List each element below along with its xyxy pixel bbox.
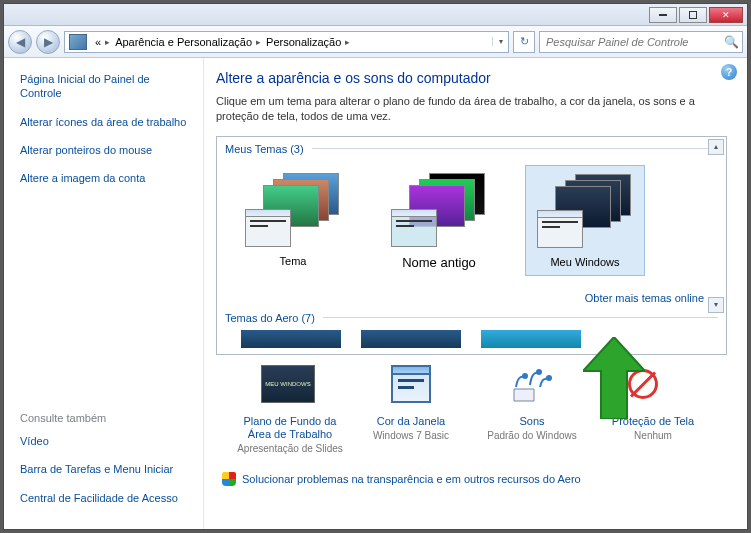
setting-label[interactable]: Cor da Janela [357, 415, 465, 428]
see-also-ease-of-access[interactable]: Central de Facilidade de Acesso [20, 491, 191, 505]
sidebar-link-mouse-pointers[interactable]: Alterar ponteiros do mouse [20, 143, 191, 157]
page-title: Altere a aparência e os sons do computad… [216, 70, 727, 86]
location-icon [69, 34, 87, 50]
navigation-bar: ◀ ▶ « Aparência e Personalização Persona… [4, 26, 747, 58]
breadcrumb-bar[interactable]: « Aparência e Personalização Personaliza… [64, 31, 509, 53]
theme-label: Nome antigo [402, 255, 476, 270]
breadcrumb-seg2[interactable]: Personalização [262, 36, 351, 48]
setting-label[interactable]: Plano de Fundo da Área de Trabalho [236, 415, 344, 441]
scroll-down-button[interactable]: ▾ [708, 297, 724, 313]
search-icon[interactable]: 🔍 [720, 35, 742, 49]
theme-item-nome-antigo[interactable]: Nome antigo [379, 165, 499, 276]
more-themes-link[interactable]: Obter mais temas online [585, 292, 704, 304]
page-description: Clique em um tema para alterar o plano d… [216, 94, 727, 124]
sidebar-link-account-picture[interactable]: Altere a imagem da conta [20, 171, 191, 185]
theme-item-meu-windows[interactable]: Meu Windows [525, 165, 645, 276]
setting-window-color[interactable]: Cor da Janela Windows 7 Basic [357, 365, 465, 454]
setting-label[interactable]: Proteção de Tela [599, 415, 707, 428]
breadcrumb-dropdown[interactable]: ▾ [492, 37, 508, 46]
setting-value: Apresentação de Slides [236, 443, 344, 454]
setting-label[interactable]: Sons [478, 415, 586, 428]
theme-label: Meu Windows [550, 256, 619, 268]
sidebar-link-desktop-icons[interactable]: Alterar ícones da área de trabalho [20, 115, 191, 129]
theme-item-tema[interactable]: Tema [233, 165, 353, 276]
see-also-taskbar[interactable]: Barra de Tarefas e Menu Iniciar [20, 462, 191, 476]
svg-point-2 [546, 375, 552, 381]
search-box[interactable]: 🔍 [539, 31, 743, 53]
troubleshoot-row: Solucionar problemas na transparência e … [216, 466, 727, 486]
content-pane: ? Altere a aparência e os sons do comput… [204, 58, 747, 529]
setting-desktop-background[interactable]: MEU WINDOWS Plano de Fundo da Área de Tr… [236, 365, 344, 454]
refresh-button[interactable]: ↻ [513, 31, 535, 53]
help-icon[interactable]: ? [721, 64, 737, 80]
breadcrumb-seg1[interactable]: Aparência e Personalização [111, 36, 262, 48]
search-input[interactable] [540, 36, 720, 48]
scroll-up-button[interactable]: ▴ [708, 139, 724, 155]
see-also-video[interactable]: Vídeo [20, 434, 191, 448]
see-also-heading: Consulte também [20, 412, 191, 424]
maximize-button[interactable] [679, 7, 707, 23]
minimize-button[interactable] [649, 7, 677, 23]
back-button[interactable]: ◀ [8, 30, 32, 54]
window-titlebar: ✕ [4, 4, 747, 26]
svg-point-1 [536, 369, 542, 375]
setting-screensaver[interactable]: Proteção de Tela Nenhum [599, 365, 707, 454]
setting-value: Windows 7 Basic [357, 430, 465, 441]
theme-label: Tema [280, 255, 307, 267]
forward-button[interactable]: ▶ [36, 30, 60, 54]
close-button[interactable]: ✕ [709, 7, 743, 23]
shield-icon [222, 472, 236, 486]
setting-sounds[interactable]: Sons Padrão do Windows [478, 365, 586, 454]
aero-themes-strip[interactable] [225, 330, 718, 350]
breadcrumb-root[interactable]: « [91, 36, 111, 48]
aero-themes-label: Temas do Aero (7) [225, 312, 718, 324]
themes-panel: ▴ ▾ Meus Temas (3) Tema Nome antigo Meu … [216, 136, 727, 355]
sidebar-link-home[interactable]: Página Inicial do Painel de Controle [20, 72, 191, 101]
sounds-icon [503, 365, 561, 409]
setting-value: Nenhum [599, 430, 707, 441]
screensaver-icon [624, 365, 682, 409]
svg-point-0 [522, 373, 528, 379]
settings-row: MEU WINDOWS Plano de Fundo da Área de Tr… [216, 355, 727, 454]
troubleshoot-link[interactable]: Solucionar problemas na transparência e … [242, 473, 581, 485]
my-themes-label: Meus Temas (3) [225, 143, 718, 155]
sidebar: Página Inicial do Painel de Controle Alt… [4, 58, 204, 529]
setting-value: Padrão do Windows [478, 430, 586, 441]
